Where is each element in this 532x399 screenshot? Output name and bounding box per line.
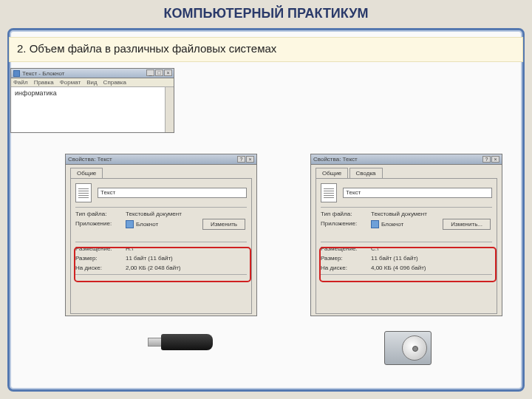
properties-dialog-right: Свойства: Текст ? × Общие Сводка Текст Т… — [310, 154, 502, 316]
close-button[interactable]: × — [491, 156, 499, 163]
hard-drive-icon — [384, 331, 436, 369]
filename-field[interactable]: Текст — [343, 188, 492, 198]
menu-edit[interactable]: Правка — [34, 79, 54, 86]
type-label: Тип файла: — [321, 211, 371, 217]
app-label: Приложение: — [75, 220, 126, 228]
type-label: Тип файла: — [75, 211, 126, 217]
props-title-text: Свойства: Текст — [68, 156, 112, 163]
notepad-app-icon — [126, 220, 134, 228]
notepad-textarea[interactable]: информатика — [11, 87, 174, 124]
props-titlebar-left[interactable]: Свойства: Текст ? × — [66, 154, 256, 165]
file-icon — [75, 183, 92, 202]
menu-view[interactable]: Вид — [86, 79, 97, 86]
menu-file[interactable]: Файл — [13, 79, 28, 86]
notepad-app-icon — [371, 220, 379, 228]
slide-title: КОМПЬЮТЕРНЫЙ ПРАКТИКУМ — [0, 6, 532, 21]
props-title-text: Свойства: Текст — [313, 156, 358, 163]
menu-format[interactable]: Формат — [60, 79, 81, 86]
section-heading: 2. Объем файла в различных файловых сист… — [9, 37, 523, 62]
help-button[interactable]: ? — [482, 156, 491, 163]
close-button[interactable]: × — [246, 156, 254, 163]
usb-drive-icon — [148, 331, 214, 353]
change-button[interactable]: Изменить... — [443, 219, 491, 230]
close-button[interactable]: × — [164, 69, 172, 76]
tab-general[interactable]: Общие — [316, 168, 348, 178]
properties-dialog-left: Свойства: Текст ? × Общие Текст Тип файл… — [65, 154, 257, 316]
highlight-box-icon — [74, 247, 251, 282]
notepad-menubar: Файл Правка Формат Вид Справка — [11, 78, 174, 87]
notepad-window: Текст - Блокнот _ □ × Файл Правка Формат… — [10, 68, 174, 133]
notepad-content: информатика — [15, 89, 57, 97]
tab-summary[interactable]: Сводка — [349, 168, 383, 178]
scrollbar[interactable] — [165, 87, 174, 132]
app-label: Приложение: — [321, 220, 371, 228]
notepad-icon — [13, 70, 20, 77]
type-value: Текстовый документ — [126, 211, 247, 217]
tab-general[interactable]: Общие — [70, 168, 103, 178]
help-button[interactable]: ? — [237, 156, 245, 163]
notepad-title-text: Текст - Блокнот — [22, 70, 64, 77]
minimize-button[interactable]: _ — [146, 69, 154, 76]
change-button[interactable]: Изменить — [202, 219, 245, 230]
filename-field[interactable]: Текст — [98, 188, 247, 198]
highlight-box-icon — [319, 247, 497, 282]
maximize-button[interactable]: □ — [155, 69, 163, 76]
menu-help[interactable]: Справка — [103, 79, 126, 86]
file-icon — [321, 183, 337, 202]
props-titlebar-right[interactable]: Свойства: Текст ? × — [311, 154, 502, 165]
type-value: Текстовый документ — [371, 211, 492, 217]
notepad-titlebar[interactable]: Текст - Блокнот _ □ × — [11, 69, 174, 78]
